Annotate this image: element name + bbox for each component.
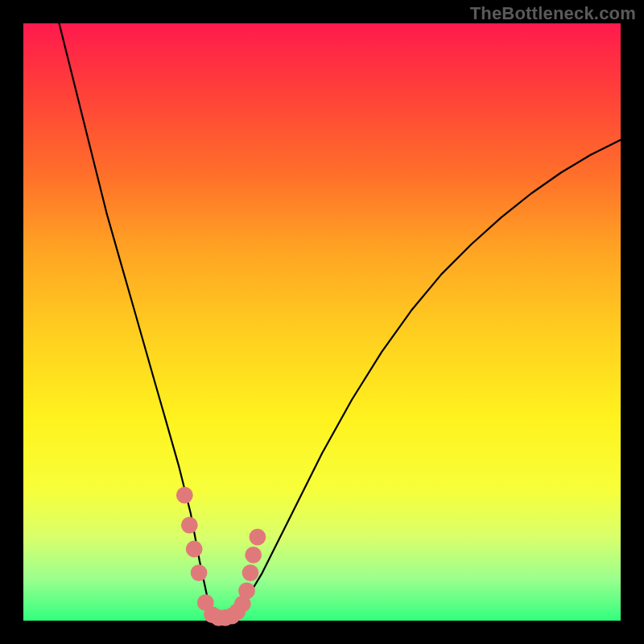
marker-dot (245, 547, 262, 564)
watermark-text: TheBottleneck.com (470, 3, 636, 24)
marker-dot (191, 564, 208, 581)
marker-dot (181, 517, 198, 534)
bottleneck-curve (60, 23, 621, 621)
marker-dot (186, 541, 203, 558)
marker-dot (250, 529, 266, 546)
chart-frame: TheBottleneck.com (0, 0, 644, 644)
chart-svg (23, 23, 621, 621)
marker-dot (242, 564, 259, 581)
plot-area (23, 23, 621, 621)
marker-dot (238, 583, 255, 600)
marker-dot (176, 487, 193, 504)
